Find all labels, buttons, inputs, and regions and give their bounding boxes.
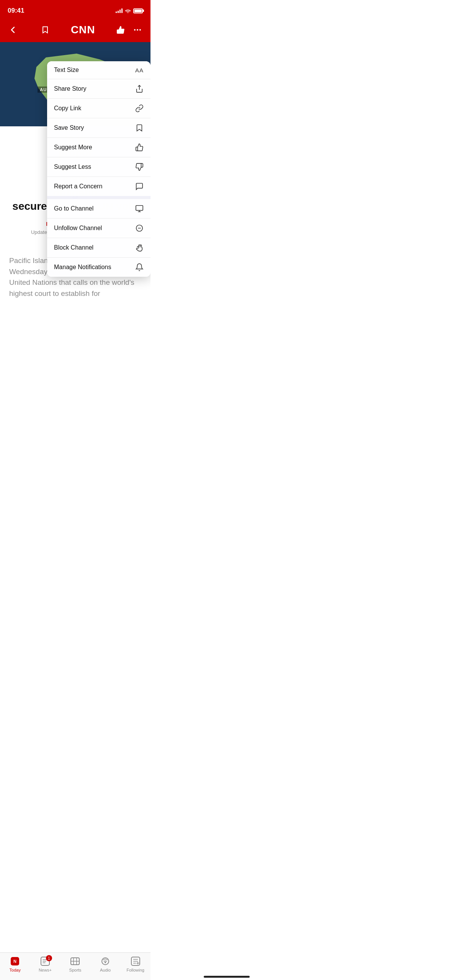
- menu-section-1: Text Size AA Share Story Copy Link: [47, 61, 150, 196]
- menu-item-suggest-more[interactable]: Suggest More: [47, 138, 150, 157]
- nav-bar: CNN: [0, 19, 150, 42]
- svg-rect-6: [136, 206, 143, 211]
- status-time: 09:41: [8, 7, 24, 15]
- report-icon: [135, 182, 144, 191]
- thumbs-up-icon: [135, 143, 144, 152]
- status-icons: [116, 8, 143, 13]
- menu-item-report-concern[interactable]: Report a Concern: [47, 177, 150, 196]
- block-icon: [135, 243, 144, 252]
- back-button[interactable]: [6, 23, 20, 37]
- thumbs-up-button[interactable]: [114, 23, 128, 37]
- unfollow-icon: [135, 224, 144, 232]
- menu-item-suggest-less[interactable]: Suggest Less: [47, 157, 150, 177]
- menu-item-copy-link[interactable]: Copy Link: [47, 99, 150, 118]
- bell-icon: [135, 263, 144, 271]
- battery-icon: [133, 8, 143, 13]
- menu-item-share-story[interactable]: Share Story: [47, 79, 150, 99]
- svg-point-3: [139, 29, 141, 31]
- cnn-logo: CNN: [71, 24, 95, 36]
- thumbs-down-icon: [135, 163, 144, 171]
- menu-item-manage-notifications[interactable]: Manage Notifications: [47, 258, 150, 277]
- svg-point-0: [128, 12, 129, 13]
- menu-item-unfollow-channel[interactable]: Unfollow Channel: [47, 219, 150, 238]
- svg-point-1: [134, 29, 136, 31]
- menu-item-go-to-channel[interactable]: Go to Channel: [47, 199, 150, 219]
- svg-point-2: [137, 29, 138, 31]
- share-icon: [135, 85, 144, 93]
- bookmark-icon: [135, 124, 144, 132]
- context-menu: Text Size AA Share Story Copy Link: [47, 61, 150, 277]
- menu-item-block-channel[interactable]: Block Channel: [47, 238, 150, 258]
- status-bar: 09:41: [0, 0, 150, 19]
- more-button[interactable]: [131, 23, 144, 37]
- menu-section-2: Go to Channel Unfollow Channel Block Cha…: [47, 199, 150, 277]
- link-icon: [135, 104, 144, 113]
- menu-item-save-story[interactable]: Save Story: [47, 118, 150, 138]
- bookmark-button[interactable]: [38, 23, 52, 37]
- menu-item-text-size[interactable]: Text Size AA: [47, 61, 150, 79]
- channel-icon: [135, 204, 144, 213]
- wifi-icon: [125, 8, 131, 13]
- signal-icon: [116, 8, 123, 13]
- menu-divider: [47, 196, 150, 199]
- nav-right-buttons: [114, 23, 144, 37]
